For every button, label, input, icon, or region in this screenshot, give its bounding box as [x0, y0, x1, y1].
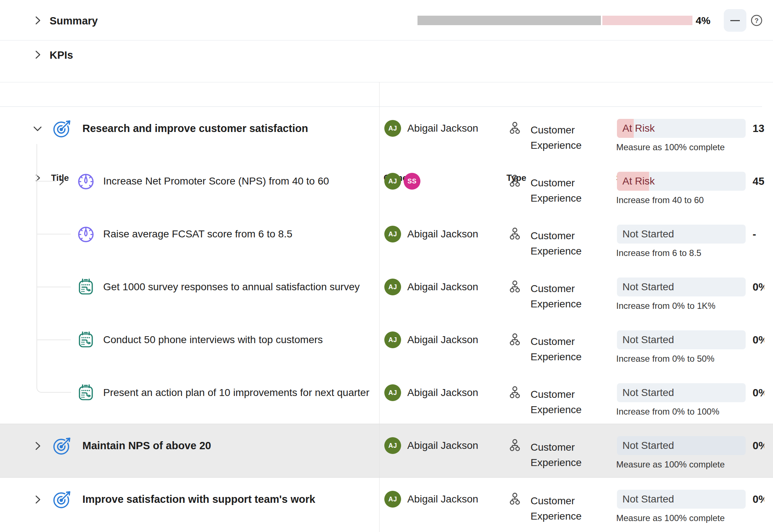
help-icon[interactable]: ? [750, 14, 763, 27]
type-line-1: Customer [531, 281, 582, 296]
metric-gauge-icon [76, 224, 96, 244]
status-badge[interactable]: At Risk [617, 119, 746, 138]
chevron-down-icon[interactable] [32, 123, 43, 134]
grey-progress-segment [417, 16, 601, 25]
type-line-1: Customer [531, 228, 582, 244]
progress-value: 45 [753, 174, 764, 190]
owner-name: Abigail Jackson [407, 226, 478, 242]
row-title[interactable]: Improve satisfaction with support team's… [82, 492, 370, 507]
avatar[interactable]: AJ [384, 226, 401, 242]
org-chart-icon [507, 174, 523, 189]
summary-label: Summary [50, 15, 98, 26]
status-badge[interactable]: Not Started [617, 383, 746, 402]
at-risk-segment [602, 16, 692, 25]
status-detail: Measure as 100% complete [616, 142, 725, 153]
svg-text:?: ? [755, 17, 759, 24]
table-row[interactable]: Conduct 50 phone interviews with top cus… [0, 318, 773, 371]
type-cell: Customer Experience [531, 228, 582, 259]
progress-value-text: 45 [753, 175, 764, 187]
type-cell: Customer Experience [531, 493, 582, 524]
owner-name: Abigail Jackson [407, 121, 478, 136]
row-title[interactable]: Research and improve customer satisfacti… [82, 121, 370, 136]
status-badge[interactable]: Not Started [617, 436, 746, 455]
column-divider [379, 82, 380, 532]
progress-value: 0% [753, 385, 764, 401]
avatar[interactable]: SS [404, 173, 420, 190]
progress-value: 0% [753, 279, 764, 295]
project-plan-icon [76, 383, 96, 403]
org-chart-icon [507, 226, 523, 242]
type-cell: Customer Experience [531, 440, 582, 470]
chevron-right-icon[interactable] [32, 440, 43, 451]
type-line-2: Experience [531, 296, 582, 312]
table-row[interactable]: Raise average FCSAT score from 6 to 8.5 … [0, 213, 773, 265]
avatar[interactable]: AJ [384, 331, 401, 348]
type-line-1: Customer [531, 175, 582, 191]
chevron-right-icon[interactable] [56, 176, 66, 187]
org-chart-icon [507, 438, 523, 453]
kpis-label: KPIs [50, 50, 73, 61]
owner-name: Abigail Jackson [407, 332, 478, 347]
type-line-2: Experience [531, 455, 582, 470]
type-cell: Customer Experience [531, 281, 582, 312]
collapse-button[interactable] [724, 9, 746, 32]
row-title[interactable]: Raise average FCSAT score from 6 to 8.5 [103, 226, 378, 242]
type-line-1: Customer [531, 334, 582, 349]
status-label: Not Started [622, 225, 674, 244]
objective-target-icon [52, 489, 72, 509]
progress-value-text: 0% [753, 440, 764, 451]
table-row[interactable]: Increase Net Promoter Score (NPS) from 4… [0, 160, 773, 213]
status-label: At Risk [622, 119, 655, 138]
type-cell: Customer Experience [531, 334, 582, 365]
status-badge[interactable]: At Risk [617, 172, 746, 191]
progress-value-text: 0% [753, 493, 764, 505]
progress-value: 0% [753, 492, 764, 508]
row-title[interactable]: Maintain NPS of above 20 [82, 438, 370, 454]
table-row[interactable]: Maintain NPS of above 20 AJ Abigail Jack… [0, 424, 773, 478]
type-line-2: Experience [531, 509, 582, 524]
row-title[interactable]: Get 1000 survey responses to annual sati… [103, 279, 378, 295]
avatar[interactable]: AJ [384, 120, 401, 137]
owner-name: Abigail Jackson [407, 279, 478, 295]
table-row[interactable]: Present an action plan of 10 improvement… [0, 371, 773, 424]
row-title[interactable]: Conduct 50 phone interviews with top cus… [103, 332, 378, 347]
type-line-2: Experience [531, 402, 582, 418]
org-chart-icon [507, 492, 523, 507]
status-badge[interactable]: Not Started [617, 330, 746, 349]
table-header-row: Title Owner Type Status and progress [0, 82, 773, 106]
status-badge[interactable]: Not Started [617, 490, 746, 509]
progress-value: 13% [753, 121, 764, 137]
type-line-2: Experience [531, 191, 582, 206]
metric-gauge-icon [76, 171, 96, 191]
row-title[interactable]: Present an action plan of 10 improvement… [103, 385, 378, 400]
table-row[interactable]: Get 1000 survey responses to annual sati… [0, 265, 773, 318]
type-line-2: Experience [531, 349, 582, 365]
type-cell: Customer Experience [531, 175, 582, 206]
avatar[interactable]: AJ [384, 173, 401, 190]
avatar[interactable]: AJ [384, 279, 401, 295]
objective-target-icon [52, 119, 72, 139]
avatar[interactable]: AJ [384, 437, 401, 454]
status-badge[interactable]: Not Started [617, 225, 746, 244]
status-label: Not Started [622, 383, 674, 402]
summary-section-row: Summary 4% ? [0, 0, 773, 40]
table-row[interactable]: Research and improve customer satisfacti… [0, 107, 773, 160]
type-line-2: Experience [531, 244, 582, 259]
status-label: Not Started [622, 490, 674, 509]
chevron-right-icon[interactable] [32, 49, 43, 60]
status-label: Not Started [622, 277, 674, 296]
progress-value-text: 0% [753, 387, 764, 399]
progress-value: - [753, 226, 764, 242]
table-row[interactable]: Improve satisfaction with support team's… [0, 478, 773, 532]
row-title[interactable]: Increase Net Promoter Score (NPS) from 4… [103, 173, 378, 189]
progress-value-text: 0% [753, 334, 764, 346]
chevron-right-icon[interactable] [32, 494, 43, 505]
avatar[interactable]: AJ [384, 491, 401, 508]
chevron-right-icon[interactable] [32, 15, 43, 26]
status-detail: Increase from 40 to 60 [616, 195, 704, 206]
avatar[interactable]: AJ [384, 384, 401, 401]
progress-value-text: 0% [753, 281, 764, 293]
org-chart-icon [507, 121, 523, 136]
status-detail: Measure as 100% complete [616, 513, 725, 524]
status-badge[interactable]: Not Started [617, 277, 746, 296]
